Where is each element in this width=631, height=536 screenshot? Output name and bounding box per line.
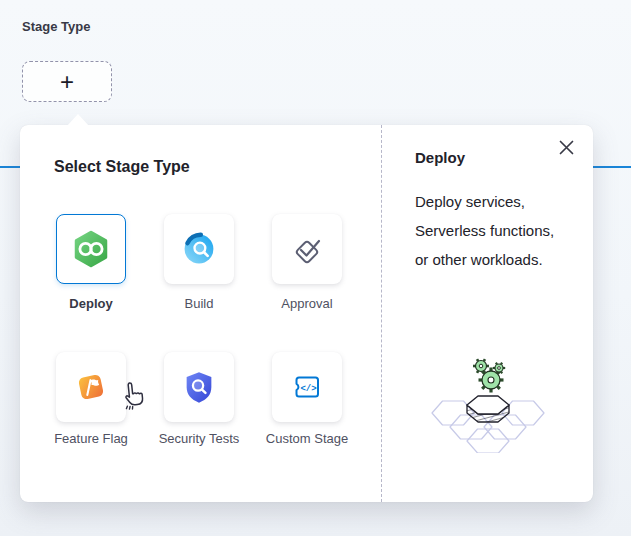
stage-label-deploy: Deploy (31, 295, 151, 312)
plus-icon: + (60, 68, 74, 96)
detail-description: Deploy services, Serverless functions, o… (415, 187, 591, 274)
approval-diamond-check-icon (287, 229, 327, 269)
stage-label-custom-stage: Custom Stage (247, 430, 367, 447)
stage-card-security-tests[interactable] (164, 352, 234, 422)
gears-icon (473, 359, 505, 392)
popover-title: Select Stage Type (54, 158, 190, 176)
stage-type-label: Stage Type (22, 19, 90, 34)
build-ci-icon (181, 231, 217, 267)
stage-card-approval[interactable] (272, 214, 342, 284)
stage-label-feature-flag: Feature Flag (31, 430, 151, 447)
stage-card-deploy[interactable] (56, 214, 126, 284)
stage-label-security-tests: Security Tests (139, 430, 259, 447)
feature-flag-icon (70, 366, 112, 408)
custom-stage-code-icon: </> (286, 367, 328, 407)
deploy-illustration (418, 353, 558, 453)
stage-card-build[interactable] (164, 214, 234, 284)
select-stage-popover: Select Stage Type (20, 125, 593, 502)
panel-divider (381, 125, 382, 502)
close-button[interactable] (552, 133, 580, 161)
close-icon (559, 140, 574, 155)
add-stage-button[interactable]: + (22, 61, 112, 102)
deploy-cd-icon (71, 229, 111, 269)
stage-card-custom-stage[interactable]: </> (272, 352, 342, 422)
svg-text:</>: </> (300, 384, 316, 394)
security-shield-icon (180, 368, 218, 406)
popover-caret (67, 114, 89, 126)
detail-title: Deploy (415, 149, 465, 166)
stage-card-feature-flag[interactable] (56, 352, 126, 422)
stage-label-approval: Approval (247, 295, 367, 312)
stage-label-build: Build (139, 295, 259, 312)
